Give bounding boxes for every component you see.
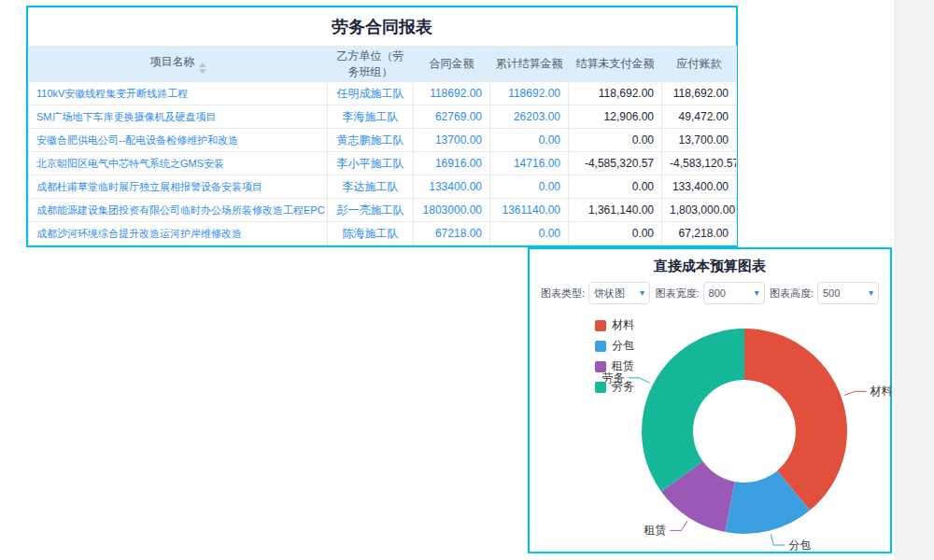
cell-payable: 1,803,000.00 <box>662 199 737 222</box>
chart-title: 直接成本预算图表 <box>530 249 890 280</box>
cell-payable: -4,583,120.57 <box>662 152 737 175</box>
sort-icon[interactable] <box>199 63 206 74</box>
cell-settled: 26203.00 <box>490 105 569 129</box>
legend-swatch <box>595 382 606 393</box>
pie-label-材料: 材料 <box>870 385 893 398</box>
table-row: 安徽合肥供电公司--配电设备检修维护和改造黄志鹏施工队13700.000.000… <box>29 129 737 152</box>
cell-contract: 16916.00 <box>414 152 490 175</box>
cell-project[interactable]: 成都杜甫草堂临时展厅独立展相报警设备安装项目 <box>29 175 328 199</box>
legend-label: 材料 <box>612 317 634 333</box>
control-label: 图表高度: <box>770 287 814 301</box>
chevron-down-icon: ▾ <box>755 288 759 298</box>
cell-project[interactable]: 110kV安徽线程集变开断线路工程 <box>29 82 328 105</box>
legend-swatch <box>595 341 606 352</box>
cell-project[interactable]: 成都沙河环境综合提升改造运河护岸维修改造 <box>29 222 328 245</box>
cell-settled: 0.00 <box>490 222 569 245</box>
cell-unpaid: -4,585,320.57 <box>569 152 662 175</box>
cell-unpaid: 0.00 <box>569 222 662 245</box>
cell-settled: 1361140.00 <box>490 199 569 222</box>
cell-contract: 118692.00 <box>414 82 490 105</box>
cell-contract: 133400.00 <box>414 175 490 199</box>
cell-team[interactable]: 李达施工队 <box>328 175 414 199</box>
table-header-row: 项目名称 乙方单位（劳务班组） 合同金额 累计结算金额 结算未支付金额 应付账款 <box>29 47 737 82</box>
column-header-settled: 累计结算金额 <box>490 47 569 82</box>
table-row: 110kV安徽线程集变开断线路工程任明成施工队118692.00118692.0… <box>29 82 737 105</box>
donut-chart: 材料分包租赁劳务 <box>530 308 890 554</box>
labor-contract-report-panel: 劳务合同报表 项目名称 乙方单位（劳务班组） 合同金额 累计结算金额 结算未支付… <box>26 6 738 247</box>
chart-controls: 图表类型:饼状图▾图表宽度:800▾图表高度:500▾ <box>530 280 890 304</box>
column-header-contract: 合同金额 <box>414 47 490 82</box>
chevron-down-icon: ▾ <box>640 288 644 298</box>
cell-unpaid: 118,692.00 <box>569 82 662 105</box>
cell-settled: 0.00 <box>490 175 569 199</box>
chart-type-select[interactable]: 饼状图▾ <box>588 282 650 304</box>
cost-chart-panel: 直接成本预算图表 图表类型:饼状图▾图表宽度:800▾图表高度:500▾ 材料分… <box>528 247 892 553</box>
cell-team[interactable]: 任明成施工队 <box>328 82 414 105</box>
right-gutter <box>894 0 934 560</box>
select-value: 800 <box>709 287 726 299</box>
cell-unpaid: 0.00 <box>569 175 662 199</box>
legend-item-劳务[interactable]: 劳务 <box>595 379 634 395</box>
table-row: 成都沙河环境综合提升改造运河护岸维修改造陈海施工队67218.000.000.0… <box>29 222 737 245</box>
control-group: 图表宽度:800▾ <box>655 282 764 304</box>
pie-callout-line <box>844 391 866 395</box>
cell-project[interactable]: 安徽合肥供电公司--配电设备检修维护和改造 <box>29 129 328 152</box>
pie-label-租赁: 租赁 <box>643 524 666 537</box>
pie-label-分包: 分包 <box>788 539 811 552</box>
cell-unpaid: 0.00 <box>569 129 662 152</box>
legend-item-材料[interactable]: 材料 <box>595 317 634 333</box>
cell-payable: 118,692.00 <box>662 82 737 105</box>
pie-callout-line <box>670 521 686 530</box>
cell-payable: 133,400.00 <box>662 175 737 199</box>
cell-project[interactable]: 成都能源建设集团投资有限公司临时办公场所装修改造工程EPC <box>29 199 328 222</box>
cell-team[interactable]: 黄志鹏施工队 <box>328 129 414 152</box>
chart-height-select[interactable]: 500▾ <box>817 282 879 304</box>
cell-project[interactable]: 北京朝阳区电气中芯特气系统之GMS安装 <box>29 152 328 175</box>
chevron-down-icon: ▾ <box>869 288 873 298</box>
control-label: 图表类型: <box>541 287 585 301</box>
report-title: 劳务合同报表 <box>28 7 736 46</box>
column-header-team: 乙方单位（劳务班组） <box>328 47 414 82</box>
page: 劳务合同报表 项目名称 乙方单位（劳务班组） 合同金额 累计结算金额 结算未支付… <box>0 0 934 560</box>
cell-settled: 0.00 <box>490 129 569 152</box>
legend-label: 劳务 <box>612 379 634 395</box>
control-group: 图表类型:饼状图▾ <box>541 282 650 304</box>
cell-contract: 13700.00 <box>414 129 490 152</box>
cell-team[interactable]: 李小平施工队 <box>328 152 414 175</box>
table-row: 成都能源建设集团投资有限公司临时办公场所装修改造工程EPC彭一亮施工队18030… <box>29 199 737 222</box>
cell-contract: 67218.00 <box>414 222 490 245</box>
sort-desc-icon <box>199 69 206 74</box>
legend-item-分包[interactable]: 分包 <box>595 338 634 354</box>
cell-team[interactable]: 李海施工队 <box>328 105 414 129</box>
pie-slice-劳务[interactable] <box>642 329 744 492</box>
cell-unpaid: 1,361,140.00 <box>569 199 662 222</box>
cell-settled: 14716.00 <box>490 152 569 175</box>
table-row: 成都杜甫草堂临时展厅独立展相报警设备安装项目李达施工队133400.000.00… <box>29 175 737 199</box>
cell-team[interactable]: 彭一亮施工队 <box>328 199 414 222</box>
select-value: 饼状图 <box>594 287 625 301</box>
cell-payable: 13,700.00 <box>662 129 737 152</box>
control-label: 图表宽度: <box>655 287 699 301</box>
cell-payable: 67,218.00 <box>662 222 737 245</box>
column-header-unpaid: 结算未支付金额 <box>569 47 662 82</box>
cell-team[interactable]: 陈海施工队 <box>328 222 414 245</box>
column-header-payable: 应付账款 <box>662 47 737 82</box>
table-row: SM广场地下车库更换摄像机及硬盘项目李海施工队62769.0026203.001… <box>29 105 737 129</box>
report-table: 项目名称 乙方单位（劳务班组） 合同金额 累计结算金额 结算未支付金额 应付账款… <box>28 46 737 245</box>
legend-item-租赁[interactable]: 租赁 <box>595 358 634 374</box>
cell-payable: 49,472.00 <box>662 105 737 129</box>
column-header-project[interactable]: 项目名称 <box>29 47 328 82</box>
legend-swatch <box>595 320 606 331</box>
legend-swatch <box>595 361 606 372</box>
legend-label: 分包 <box>612 338 634 354</box>
cell-project[interactable]: SM广场地下车库更换摄像机及硬盘项目 <box>29 105 328 129</box>
sort-asc-icon <box>199 63 206 67</box>
column-header-label: 项目名称 <box>150 55 195 68</box>
cell-unpaid: 12,906.00 <box>569 105 662 129</box>
select-value: 500 <box>823 287 840 299</box>
chart-width-select[interactable]: 800▾ <box>703 282 765 304</box>
cell-contract: 1803000.00 <box>414 199 490 222</box>
legend-label: 租赁 <box>612 358 634 374</box>
chart-legend: 材料分包租赁劳务 <box>595 317 634 395</box>
cell-settled: 118692.00 <box>490 82 569 105</box>
